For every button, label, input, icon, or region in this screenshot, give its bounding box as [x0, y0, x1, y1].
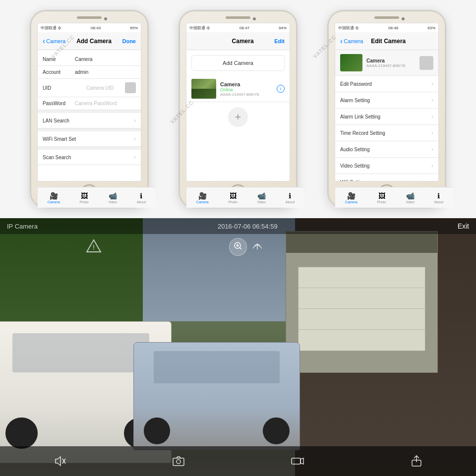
back-btn-3[interactable]: Camera	[340, 37, 363, 46]
alarm-label: Alarm Setting	[340, 98, 370, 103]
nav-title-1: Add Camera	[76, 38, 112, 45]
nav-bar-3: Camera Edit Camera	[335, 32, 438, 50]
phone-screen-2: 中国联通 令 08:47 94% Camera Edit Add Camera	[186, 23, 290, 181]
camera-status: Online	[220, 87, 273, 92]
lan-search-label: LAN Search	[43, 118, 69, 123]
wifi-smart-item[interactable]: WiFi Smart Set ›	[38, 131, 141, 147]
phone-camera	[104, 17, 107, 20]
edit-camera-header: Camera AAAA-219497-B8KYE	[335, 50, 438, 76]
phone-camera-3	[402, 17, 405, 20]
phone-speaker	[77, 16, 102, 19]
add-camera-btn-label: Add Camera	[223, 60, 253, 66]
chevron-audio: ›	[431, 146, 433, 153]
chevron-wifi: ›	[134, 135, 136, 142]
settings-alarm-link[interactable]: Alarm Link Setting ›	[335, 109, 438, 125]
svg-line-1	[240, 248, 242, 250]
settings-audio[interactable]: Audio Setting ›	[335, 141, 438, 158]
chevron-alarm: ›	[431, 97, 433, 104]
settings-alarm[interactable]: Alarm Setting ›	[335, 92, 438, 109]
cctv-exit-button[interactable]: Exit	[458, 222, 469, 230]
status-bar-1: 中国联通 令 08:43 95%	[38, 23, 141, 32]
status-bar-2: 中国联通 令 08:47 94%	[186, 23, 290, 32]
scan-search-label: Scan Search	[43, 155, 71, 160]
settings-time-record[interactable]: Time Record Setting ›	[335, 125, 438, 141]
label-account: Account	[43, 69, 75, 75]
phone-add-camera: 中国联通 令 08:43 95% Camera Add Camera Done …	[30, 10, 149, 208]
nav-title-3: Edit Camera	[371, 38, 406, 45]
edit-camera-thumb	[340, 54, 362, 71]
wifi-label: Wifi Setting	[340, 179, 365, 182]
cctv-share-button[interactable]	[408, 452, 425, 470]
svg-marker-12	[300, 458, 303, 464]
camera-info: Camera Online AAAA-219497-B8KYE	[220, 81, 273, 97]
add-more-camera-icon[interactable]: +	[228, 107, 248, 127]
add-camera-btn[interactable]: Add Camera	[191, 55, 285, 71]
chevron-video: ›	[431, 162, 433, 169]
carrier-3: 中国联通 令	[338, 25, 359, 31]
cctv-bottom-bar	[0, 446, 476, 476]
time-record-label: Time Record Setting	[340, 130, 385, 136]
chevron-edit-password: ›	[431, 80, 433, 87]
placeholder-uid: Camera UID	[86, 85, 114, 91]
chevron-wifi-setting: ›	[431, 178, 433, 181]
nav-bar-2: Camera Edit	[186, 32, 290, 50]
wifi-smart-label: WiFi Smart Set	[43, 136, 76, 142]
phones-section: 中国联通 令 08:43 95% Camera Add Camera Done …	[0, 0, 476, 218]
lan-search-item[interactable]: LAN Search ›	[38, 113, 141, 128]
phone-edit-camera: 中国联通 令 08:48 93% Camera Edit Camera Came…	[327, 10, 446, 208]
cctv-top-bar: IP Camera 2016-07-06 06:54:59 Exit	[0, 218, 476, 234]
chevron-time-record: ›	[431, 129, 433, 136]
settings-list: Edit Password › Alarm Setting › Alarm Li…	[335, 76, 438, 181]
camera-uid: AAAA-219497-B8KYE	[220, 92, 273, 97]
cctv-overlay: IP Camera 2016-07-06 06:54:59 Exit !	[0, 218, 476, 476]
phone-camera-2	[253, 17, 256, 20]
settings-edit-password[interactable]: Edit Password ›	[335, 76, 438, 92]
form-row-name: Name Camera	[38, 53, 141, 66]
qr-scan-btn[interactable]	[125, 82, 136, 93]
alarm-link-label: Alarm Link Setting	[340, 114, 380, 119]
edit-password-label: Edit Password	[340, 81, 372, 87]
carrier-1: 中国联通 令	[41, 25, 61, 31]
settings-wifi[interactable]: Wifi Setting ›	[335, 174, 438, 181]
battery-1: 95%	[130, 26, 138, 30]
cctv-record-button[interactable]	[289, 452, 306, 470]
cctv-signal-icon	[252, 240, 262, 252]
svg-point-10	[177, 460, 180, 464]
camera-info-icon[interactable]: i	[277, 85, 285, 93]
form-row-account: Account admin	[38, 66, 141, 79]
svg-text:!: !	[93, 243, 95, 251]
camera-thumb-inner	[191, 89, 216, 99]
cctv-section: IP Camera 2016-07-06 06:54:59 Exit !	[0, 218, 476, 476]
label-uid: UID	[43, 85, 75, 91]
value-name: Camera	[75, 57, 93, 62]
settings-video[interactable]: Video Setting ›	[335, 158, 438, 174]
edit-btn-2[interactable]: Edit	[274, 38, 285, 44]
edit-camera-name: Camera	[366, 58, 416, 63]
scan-search-item[interactable]: Scan Search ›	[38, 150, 141, 165]
phone-screen-1: 中国联通 令 08:43 95% Camera Add Camera Done …	[37, 23, 141, 181]
camera-name: Camera	[220, 81, 273, 87]
phone-speaker-3	[374, 16, 399, 19]
cctv-capture-button[interactable]	[170, 452, 187, 470]
svg-rect-11	[292, 458, 300, 464]
time-2: 08:47	[239, 26, 249, 30]
cctv-zoom-button[interactable]	[229, 238, 247, 256]
back-btn-1[interactable]: Camera	[43, 37, 65, 46]
edit-camera-info: Camera AAAA-219497-B8KYE	[366, 58, 416, 68]
placeholder-password: Camera PassWord	[75, 101, 117, 106]
audio-label: Audio Setting	[340, 147, 370, 152]
add-camera-form: Name Camera Account admin UID Camera UID…	[38, 50, 141, 168]
zoom-icon	[234, 241, 242, 252]
chevron-lan: ›	[134, 117, 136, 124]
label-name: Name	[43, 57, 75, 62]
battery-2: 94%	[279, 26, 287, 30]
label-password: PassWord	[43, 101, 75, 106]
edit-camera-settings-btn[interactable]	[419, 56, 433, 70]
phone-screen-3: 中国联通 令 08:48 93% Camera Edit Camera Came…	[335, 23, 439, 181]
camera-list-item[interactable]: Camera Online AAAA-219497-B8KYE i	[186, 76, 290, 102]
done-btn-1[interactable]: Done	[122, 38, 136, 44]
cctv-motion-icon: !	[86, 239, 102, 255]
nav-bar-1: Camera Add Camera Done	[38, 32, 141, 50]
cctv-mute-button[interactable]	[51, 452, 68, 470]
chevron-alarm-link: ›	[431, 113, 433, 120]
